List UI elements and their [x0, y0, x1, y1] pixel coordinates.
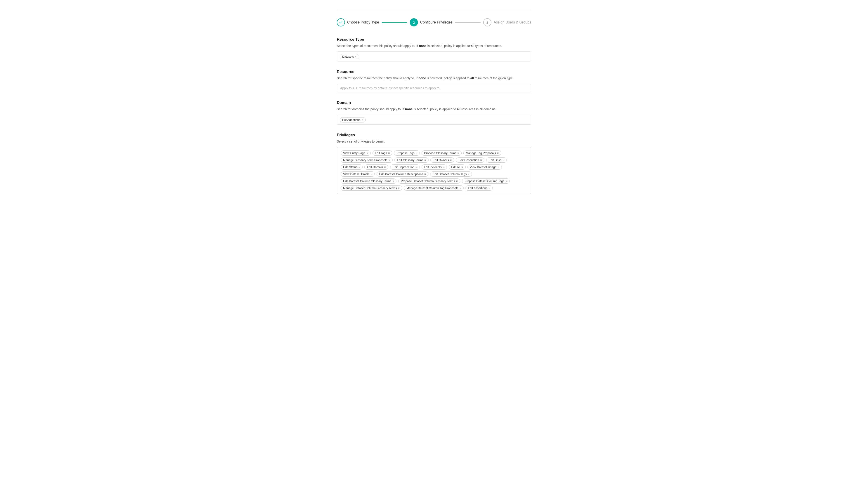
privilege-tag: Edit Assertions× [465, 186, 493, 191]
domain-input[interactable]: Pet Adoptions × [337, 115, 531, 125]
resource-type-tag-datasets-label: Datasets [342, 55, 354, 58]
resource-section: Resource Search for specific resources t… [337, 70, 531, 92]
privilege-tag-label: Propose Tags [397, 151, 414, 155]
privilege-tag-remove[interactable]: × [416, 152, 417, 155]
privilege-tag: Edit Owners× [430, 158, 454, 163]
privilege-tag-label: Edit Dataset Column Glossary Terms [343, 180, 391, 183]
resource-type-section: Resource Type Select the types of resour… [337, 37, 531, 61]
step1-label: Choose Policy Type [347, 20, 379, 24]
privilege-tag: Edit Tags× [373, 151, 393, 156]
privilege-tag: View Entity Page× [341, 151, 371, 156]
privilege-tag: View Dataset Usage× [467, 164, 502, 170]
privilege-tag-remove[interactable]: × [489, 187, 490, 190]
privilege-tag-remove[interactable]: × [498, 166, 499, 168]
privilege-tag-remove[interactable]: × [505, 180, 507, 183]
privilege-tag: Manage Dataset Column Tag Proposals× [404, 186, 464, 191]
privilege-tag-remove[interactable]: × [424, 159, 426, 162]
step1-circle [337, 18, 345, 26]
privilege-tag-label: Edit Dataset Column Tags [433, 172, 467, 176]
privilege-tag-label: Manage Tag Proposals [466, 151, 496, 155]
resource-desc-p2: is selected, policy is applied to [426, 76, 470, 80]
domain-tag-remove[interactable]: × [362, 119, 363, 121]
privilege-tag-label: Propose Dataset Column Tags [465, 180, 504, 183]
step3-number: 3 [487, 21, 488, 24]
step-choose-policy-type: Choose Policy Type [337, 18, 379, 26]
privilege-tag: Edit Status× [341, 164, 363, 170]
resource-type-tag-datasets-remove[interactable]: × [355, 55, 357, 58]
privilege-tag: Propose Glossary Terms× [422, 151, 462, 156]
privilege-tag-remove[interactable]: × [388, 152, 390, 155]
privilege-tag-label: Edit Incidents [424, 165, 442, 169]
domain-desc: Search for domains the policy should app… [337, 107, 531, 111]
privilege-tag: Edit Dataset Column Descriptions× [377, 171, 428, 177]
privilege-tag-remove[interactable]: × [502, 159, 504, 162]
privileges-desc: Select a set of privileges to permit. [337, 139, 531, 144]
resource-type-desc-p2: is selected, policy is applied to [427, 44, 471, 48]
privilege-tag-remove[interactable]: × [497, 152, 499, 155]
privilege-tag-label: Edit Deprecation [393, 165, 414, 169]
privilege-tag-label: Manage Glossary Term Proposals [343, 158, 388, 162]
resource-type-desc: Select the types of resources this polic… [337, 43, 531, 48]
privilege-tag-remove[interactable]: × [468, 173, 469, 175]
domain-desc-all: all [457, 107, 461, 111]
privilege-tag: Edit Incidents× [422, 164, 447, 170]
privilege-tag: Propose Dataset Column Tags× [462, 178, 510, 184]
resource-type-title: Resource Type [337, 37, 531, 42]
resource-type-input[interactable]: Datasets × [337, 52, 531, 61]
privilege-tag-label: Edit Links [489, 158, 501, 162]
step3-label: Assign Users & Groups [494, 20, 531, 24]
privilege-tag: View Dataset Profile× [341, 171, 375, 177]
resource-desc: Search for specific resources the policy… [337, 76, 531, 80]
connector-1-2 [382, 22, 407, 23]
privileges-container: View Entity Page×Edit Tags×Propose Tags×… [337, 147, 531, 194]
step-assign-users-groups: 3 Assign Users & Groups [483, 18, 531, 26]
privilege-tag-remove[interactable]: × [371, 173, 373, 175]
privilege-tag-remove[interactable]: × [443, 166, 445, 168]
resource-search-input[interactable] [337, 84, 531, 92]
privilege-tag-remove[interactable]: × [415, 166, 417, 168]
privilege-tag-remove[interactable]: × [359, 166, 360, 168]
privilege-tag-label: Edit Glossary Terms [397, 158, 423, 162]
privilege-tag-remove[interactable]: × [480, 159, 482, 162]
privilege-tag-label: View Dataset Usage [470, 165, 497, 169]
resource-desc-p3: resources of the given type. [474, 76, 514, 80]
privilege-tag-remove[interactable]: × [366, 152, 368, 155]
privilege-tag: Propose Dataset Column Glossary Terms× [398, 178, 460, 184]
privilege-tag-remove[interactable]: × [460, 187, 461, 190]
privilege-tag-remove[interactable]: × [424, 173, 426, 175]
privilege-tag-label: Edit Domain [367, 165, 383, 169]
privilege-tag-label: View Entity Page [343, 151, 365, 155]
privilege-tag-label: Manage Dataset Column Tag Proposals [406, 186, 458, 190]
privilege-tag-label: Edit Description [458, 158, 479, 162]
resource-desc-p1: Search for specific resources the policy… [337, 76, 418, 80]
privilege-tag: Edit Dataset Column Tags× [430, 171, 472, 177]
privilege-tag-remove[interactable]: × [384, 166, 386, 168]
privilege-tag-remove[interactable]: × [398, 187, 400, 190]
resource-title: Resource [337, 70, 531, 74]
privilege-tag-remove[interactable]: × [450, 159, 452, 162]
privilege-tag-label: View Dataset Profile [343, 172, 370, 176]
privilege-tag-remove[interactable]: × [389, 159, 391, 162]
step2-circle: 2 [410, 18, 418, 26]
privilege-tag: Manage Tag Proposals× [463, 151, 501, 156]
resource-type-desc-p1: Select the types of resources this polic… [337, 44, 419, 48]
privilege-tag: Edit Domain× [364, 164, 388, 170]
domain-desc-none: none [405, 107, 412, 111]
privilege-tag-remove[interactable]: × [457, 152, 459, 155]
privilege-tag-remove[interactable]: × [393, 180, 394, 183]
stepper: Choose Policy Type 2 Configure Privilege… [337, 18, 531, 26]
privilege-tag: Edit Dataset Column Glossary Terms× [341, 178, 397, 184]
domain-tag-pet-adoptions: Pet Adoptions × [340, 117, 366, 123]
checkmark-icon [339, 21, 343, 24]
privilege-tag-label: Edit Owners [433, 158, 449, 162]
step3-circle: 3 [483, 18, 491, 26]
privilege-tag-label: Edit Assertions [468, 186, 487, 190]
privilege-tag-remove[interactable]: × [461, 166, 463, 168]
resource-type-desc-p3: types of resources. [474, 44, 502, 48]
privilege-tag: Edit Links× [486, 158, 507, 163]
privilege-tag: Manage Dataset Column Glossary Terms× [341, 186, 402, 191]
privilege-tag-remove[interactable]: × [456, 180, 458, 183]
resource-type-desc-all: all [471, 44, 474, 48]
privilege-tag-label: Manage Dataset Column Glossary Terms [343, 186, 397, 190]
privilege-tag-label: Edit Tags [375, 151, 387, 155]
